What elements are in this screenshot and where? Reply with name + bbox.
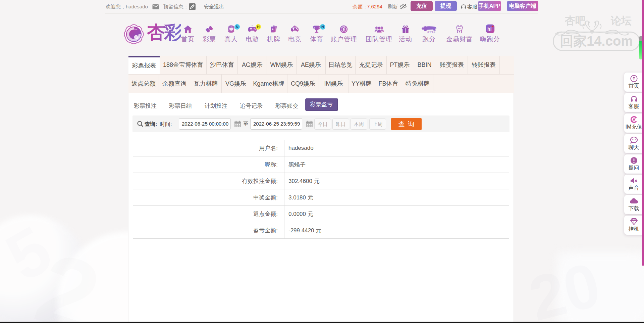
svg-text:hi: hi [487,27,492,32]
svg-text:犀牛专享: 犀牛专享 [427,31,435,33]
